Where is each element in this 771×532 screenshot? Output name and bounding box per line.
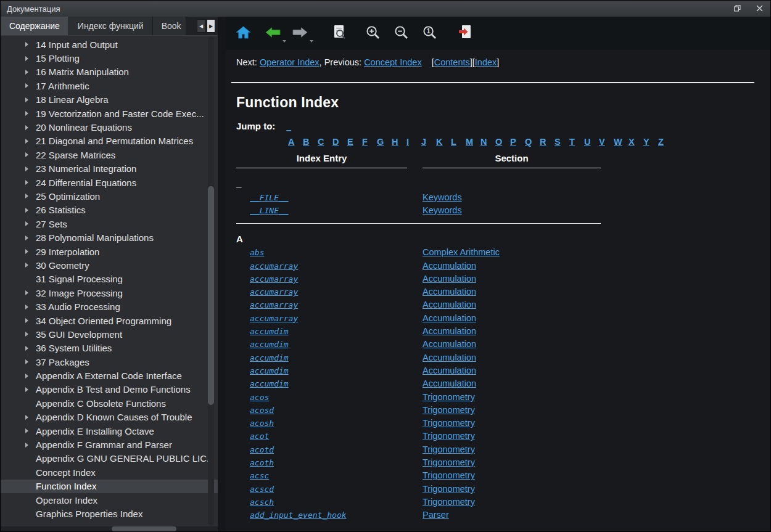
tree-item[interactable]: 30 Geometry: [1, 258, 218, 272]
tree-item[interactable]: 19 Vectorization and Faster Code Exec...: [1, 107, 218, 120]
index-entry-link[interactable]: add_input_event_hook: [250, 510, 347, 520]
tab-function-index[interactable]: Индекс функций: [69, 17, 153, 35]
chevron-right-icon[interactable]: [25, 221, 28, 226]
jump-letter-link[interactable]: H: [392, 137, 406, 147]
section-link[interactable]: Trigonometry: [423, 418, 475, 428]
jump-letter-link[interactable]: U: [584, 137, 599, 147]
index-entry-link[interactable]: accumarray: [250, 261, 298, 271]
tree-item[interactable]: Appendix F Grammar and Parser: [1, 438, 218, 451]
jump-letter-link[interactable]: M: [466, 137, 480, 147]
jump-letter-link[interactable]: S: [555, 137, 569, 147]
find-in-page-button[interactable]: [329, 23, 349, 43]
jump-letter-link[interactable]: K: [436, 137, 451, 147]
chevron-right-icon[interactable]: [25, 208, 28, 213]
section-link[interactable]: Trigonometry: [423, 444, 475, 454]
tree-item[interactable]: 23 Numerical Integration: [1, 162, 218, 176]
section-link[interactable]: Trigonometry: [423, 431, 475, 441]
tree-item[interactable]: Appendix G GNU GENERAL PUBLIC LIC...: [1, 452, 218, 465]
tree-item[interactable]: 18 Linear Algebra: [1, 93, 218, 107]
forward-history-dropdown-icon[interactable]: [310, 40, 313, 43]
section-link[interactable]: Accumulation: [423, 274, 476, 284]
tree-item[interactable]: 25 Optimization: [1, 189, 218, 203]
tree-item[interactable]: 26 Statistics: [1, 203, 218, 217]
index-entry-link[interactable]: accumdim: [250, 327, 289, 336]
section-link[interactable]: Trigonometry: [423, 497, 475, 507]
index-entry-link[interactable]: acoth: [250, 458, 274, 467]
index-entry-link[interactable]: accumdim: [250, 353, 289, 362]
section-link[interactable]: Accumulation: [423, 287, 476, 297]
jump-letter-link[interactable]: A: [288, 137, 303, 147]
chevron-right-icon[interactable]: [25, 346, 28, 351]
back-button[interactable]: [263, 23, 282, 43]
section-link[interactable]: Trigonometry: [423, 484, 475, 494]
section-link[interactable]: Accumulation: [423, 313, 476, 323]
panel-splitter[interactable]: [218, 17, 226, 531]
section-link[interactable]: Accumulation: [423, 353, 476, 362]
tree-item[interactable]: 32 Image Processing: [1, 286, 218, 300]
index-entry-link[interactable]: accumarray: [250, 274, 298, 284]
index-entry-link[interactable]: acscd: [250, 485, 274, 494]
tree-item[interactable]: 36 System Utilities: [1, 342, 218, 355]
tree-item[interactable]: Operator Index: [1, 493, 218, 507]
index-entry-link[interactable]: __FILE__: [250, 193, 289, 202]
chevron-right-icon[interactable]: [25, 318, 28, 323]
chevron-right-icon[interactable]: [25, 111, 28, 116]
vertical-scrollbar-thumb[interactable]: [208, 186, 214, 405]
tree-item[interactable]: Graphics Properties Index: [1, 507, 218, 520]
zoom-original-button[interactable]: 1: [419, 23, 439, 43]
section-link[interactable]: Complex Arithmetic: [423, 247, 500, 257]
tree-item[interactable]: 35 GUI Development: [1, 327, 218, 341]
bookmark-button[interactable]: [455, 23, 475, 43]
chevron-right-icon[interactable]: [25, 70, 28, 75]
tree-item[interactable]: 22 Sparse Matrices: [1, 148, 218, 162]
index-entry-link[interactable]: acos: [250, 393, 269, 402]
next-link[interactable]: Operator Index: [260, 57, 320, 67]
tree-item[interactable]: 27 Sets: [1, 217, 218, 231]
back-history-dropdown-icon[interactable]: [282, 40, 286, 43]
index-entry-link[interactable]: __LINE__: [250, 206, 289, 215]
index-entry-link[interactable]: accumarray: [250, 300, 298, 309]
jump-letter-link[interactable]: E: [347, 137, 362, 147]
chevron-right-icon[interactable]: [25, 125, 28, 130]
chevron-right-icon[interactable]: [25, 305, 28, 309]
index-entry-link[interactable]: accumarray: [250, 314, 298, 323]
zoom-out-button[interactable]: [391, 23, 411, 43]
section-link[interactable]: Keywords: [423, 205, 462, 215]
chevron-right-icon[interactable]: [25, 42, 28, 47]
chevron-right-icon[interactable]: [25, 83, 28, 88]
jump-letter-link[interactable]: F: [362, 137, 377, 147]
index-link[interactable]: Index: [475, 57, 497, 67]
tree-item[interactable]: 17 Arithmetic: [1, 79, 218, 92]
section-link[interactable]: Trigonometry: [423, 470, 475, 480]
chevron-right-icon[interactable]: [25, 387, 28, 392]
contents-link[interactable]: Contents: [434, 57, 470, 67]
section-link[interactable]: Accumulation: [423, 300, 476, 309]
jump-letter-link[interactable]: P: [510, 137, 525, 147]
jump-letter-link[interactable]: C: [318, 137, 332, 147]
section-link[interactable]: Trigonometry: [423, 392, 475, 402]
zoom-in-button[interactable]: [363, 23, 382, 43]
tree-item[interactable]: Appendix D Known Causes of Trouble: [1, 411, 218, 424]
index-entry-link[interactable]: accumdim: [250, 379, 289, 388]
section-link[interactable]: Accumulation: [423, 379, 476, 388]
section-link[interactable]: Accumulation: [423, 339, 476, 349]
chevron-right-icon[interactable]: [25, 97, 28, 102]
home-button[interactable]: [233, 23, 253, 43]
tree-horizontal-scrollbar[interactable]: [1, 526, 218, 531]
chevron-right-icon[interactable]: [25, 166, 28, 171]
chevron-right-icon[interactable]: [25, 235, 28, 240]
index-entry-link[interactable]: acsc: [250, 471, 269, 480]
tab-contents[interactable]: Содержание: [1, 17, 69, 35]
jump-letter-link[interactable]: Q: [525, 137, 540, 147]
jump-letter-link[interactable]: B: [303, 137, 318, 147]
jump-letter-link[interactable]: W: [614, 137, 629, 147]
chevron-right-icon[interactable]: [25, 443, 28, 448]
chevron-right-icon[interactable]: [25, 415, 28, 420]
tree-item[interactable]: 24 Differential Equations: [1, 176, 218, 189]
jump-letter-link[interactable]: J: [421, 137, 436, 147]
chevron-right-icon[interactable]: [25, 332, 28, 337]
chevron-right-icon[interactable]: [25, 249, 28, 254]
horizontal-scrollbar-thumb[interactable]: [112, 526, 176, 531]
index-entry-link[interactable]: accumdim: [250, 340, 289, 349]
tab-scroll-right-button[interactable]: ▶: [207, 19, 215, 33]
